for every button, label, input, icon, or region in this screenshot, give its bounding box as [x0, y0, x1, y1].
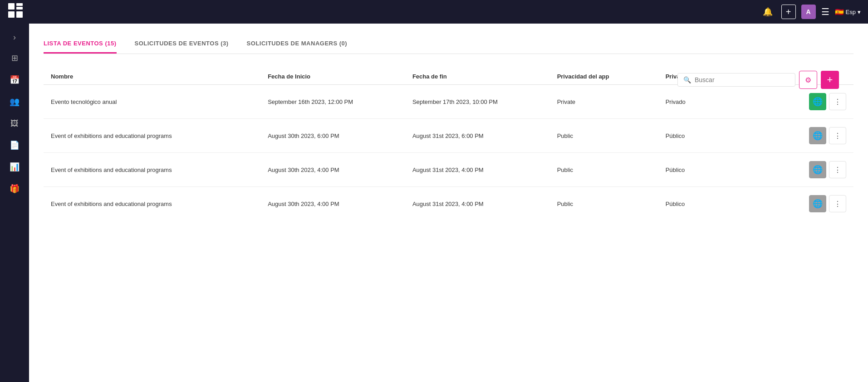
notification-button[interactable]: 🔔: [760, 4, 776, 20]
tab-solicitudes-eventos[interactable]: SOLICITUDES DE EVENTOS (3): [135, 34, 229, 54]
more-icon: ⋮: [834, 132, 841, 140]
top-nav: 🔔 + A ☰ 🇪🇸 Esp ▾: [0, 0, 868, 24]
sidebar-item-analytics[interactable]: 📊: [5, 158, 24, 176]
cell-privacidad-app-3: Public: [550, 187, 658, 221]
gallery-icon: 🖼: [10, 119, 19, 128]
sidebar-item-calendar[interactable]: 📅: [5, 71, 24, 89]
cell-privacidad-app-0: Private: [550, 85, 658, 119]
docs-icon: 📄: [10, 140, 20, 150]
cell-actions-2: 🌐⋮: [767, 153, 853, 187]
globe-button-0[interactable]: 🌐: [809, 93, 826, 110]
sidebar-toggle-button[interactable]: ›: [5, 29, 24, 45]
language-selector-button[interactable]: 🇪🇸 Esp ▾: [835, 8, 861, 16]
filter-button[interactable]: ⚙: [799, 71, 817, 89]
svg-rect-3: [8, 11, 15, 18]
cell-privacidad-app-1: Public: [550, 119, 658, 153]
header-wrapper: LISTA DE EVENTOS (15) SOLICITUDES DE EVE…: [44, 34, 853, 54]
cell-privacidad-sitio-1: Público: [658, 119, 767, 153]
add-global-button[interactable]: +: [781, 5, 796, 19]
add-event-button[interactable]: +: [821, 71, 839, 89]
search-icon: 🔍: [683, 76, 691, 83]
row-actions-1: 🌐⋮: [774, 127, 846, 144]
actions-row: 🔍 ⚙ +: [677, 71, 839, 89]
cell-fecha-fin-0: September 17th 2023, 10:00 PM: [405, 85, 550, 119]
cell-fecha-fin-1: August 31st 2023, 6:00 PM: [405, 119, 550, 153]
app-logo: [7, 2, 24, 21]
sidebar-item-users[interactable]: 👥: [5, 93, 24, 111]
more-options-button-3[interactable]: ⋮: [829, 195, 846, 212]
cell-fecha-fin-3: August 31st 2023, 4:00 PM: [405, 187, 550, 221]
row-actions-2: 🌐⋮: [774, 161, 846, 178]
table-row: Event of exhibitions and educational pro…: [44, 119, 853, 153]
sidebar-item-dashboard[interactable]: ⊞: [5, 49, 24, 67]
tabs-row: LISTA DE EVENTOS (15) SOLICITUDES DE EVE…: [44, 34, 853, 54]
hamburger-menu-button[interactable]: ☰: [821, 6, 829, 17]
search-input[interactable]: [695, 76, 790, 83]
cell-fecha-inicio-0: September 16th 2023, 12:00 PM: [260, 85, 405, 119]
chevron-down-icon: ▾: [858, 9, 861, 15]
table-row: Event of exhibitions and educational pro…: [44, 187, 853, 221]
svg-rect-2: [16, 7, 23, 10]
cell-privacidad-app-2: Public: [550, 153, 658, 187]
cell-actions-0: 🌐⋮: [767, 85, 853, 119]
table-row: Evento tecnológico anualSeptember 16th 2…: [44, 85, 853, 119]
globe-icon: 🌐: [813, 199, 823, 209]
flag-icon: 🇪🇸: [835, 8, 844, 16]
sidebar-item-gallery[interactable]: 🖼: [5, 114, 24, 132]
col-header-nombre: Nombre: [44, 69, 260, 85]
logo-area: [7, 2, 24, 21]
tab-lista-eventos[interactable]: LISTA DE EVENTOS (15): [44, 34, 117, 54]
row-actions-0: 🌐⋮: [774, 93, 846, 110]
more-icon: ⋮: [834, 200, 841, 208]
more-options-button-2[interactable]: ⋮: [829, 161, 846, 178]
dashboard-icon: ⊞: [11, 53, 18, 63]
left-sidebar: › ⊞ 📅 👥 🖼 📄 📊 🎁: [0, 24, 29, 382]
table-row: Event of exhibitions and educational pro…: [44, 153, 853, 187]
globe-button-2[interactable]: 🌐: [809, 161, 826, 178]
cell-nombre-1: Event of exhibitions and educational pro…: [44, 119, 260, 153]
cell-nombre-0: Evento tecnológico anual: [44, 85, 260, 119]
cell-nombre-2: Event of exhibitions and educational pro…: [44, 153, 260, 187]
globe-button-1[interactable]: 🌐: [809, 127, 826, 144]
main-content: LISTA DE EVENTOS (15) SOLICITUDES DE EVE…: [29, 24, 868, 382]
top-nav-right: 🔔 + A ☰ 🇪🇸 Esp ▾: [760, 4, 861, 20]
packages-icon: 🎁: [10, 184, 20, 194]
cell-fecha-inicio-2: August 30th 2023, 4:00 PM: [260, 153, 405, 187]
more-icon: ⋮: [834, 98, 841, 106]
cell-fecha-inicio-1: August 30th 2023, 6:00 PM: [260, 119, 405, 153]
globe-button-3[interactable]: 🌐: [809, 195, 826, 212]
cell-actions-1: 🌐⋮: [767, 119, 853, 153]
plus-icon: +: [827, 74, 833, 86]
globe-icon: 🌐: [813, 131, 823, 141]
calendar-icon: 📅: [10, 75, 20, 85]
search-box: 🔍: [677, 73, 795, 87]
filter-icon: ⚙: [805, 76, 811, 84]
svg-rect-4: [16, 11, 23, 18]
cell-actions-3: 🌐⋮: [767, 187, 853, 221]
analytics-icon: 📊: [10, 162, 20, 172]
col-header-privacidad-app: Privacidad del app: [550, 69, 658, 85]
user-avatar-button[interactable]: A: [801, 5, 816, 19]
cell-fecha-fin-2: August 31st 2023, 4:00 PM: [405, 153, 550, 187]
events-table: Nombre Fecha de Inicio Fecha de fin Priv…: [44, 69, 853, 220]
tab-solicitudes-managers[interactable]: SOLICITUDES DE MANAGERS (0): [247, 34, 348, 54]
cell-privacidad-sitio-0: Privado: [658, 85, 767, 119]
col-header-fecha-inicio: Fecha de Inicio: [260, 69, 405, 85]
globe-icon: 🌐: [813, 97, 823, 107]
more-options-button-1[interactable]: ⋮: [829, 127, 846, 144]
cell-privacidad-sitio-3: Público: [658, 187, 767, 221]
row-actions-3: 🌐⋮: [774, 195, 846, 212]
lang-label: Esp: [846, 9, 856, 15]
more-icon: ⋮: [834, 166, 841, 174]
svg-rect-1: [16, 3, 23, 6]
more-options-button-0[interactable]: ⋮: [829, 93, 846, 110]
users-icon: 👥: [10, 97, 20, 107]
cell-privacidad-sitio-2: Público: [658, 153, 767, 187]
col-header-fecha-fin: Fecha de fin: [405, 69, 550, 85]
sidebar-item-packages[interactable]: 🎁: [5, 180, 24, 198]
cell-nombre-3: Event of exhibitions and educational pro…: [44, 187, 260, 221]
cell-fecha-inicio-3: August 30th 2023, 4:00 PM: [260, 187, 405, 221]
sidebar-item-docs[interactable]: 📄: [5, 136, 24, 154]
svg-rect-0: [8, 3, 15, 10]
globe-icon: 🌐: [813, 165, 823, 175]
